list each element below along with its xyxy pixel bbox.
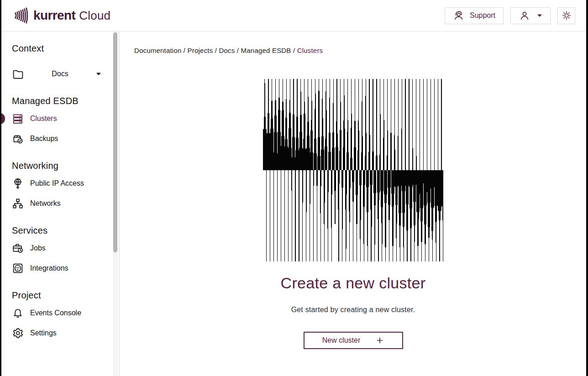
sidebar-scrollbar-thumb[interactable] xyxy=(113,32,117,252)
server-stack-icon xyxy=(12,113,24,125)
user-icon xyxy=(519,10,530,21)
breadcrumb-link[interactable]: Projects xyxy=(188,47,213,54)
sidebar-item-label: Networks xyxy=(30,199,61,208)
breadcrumb-link[interactable]: Docs xyxy=(219,47,235,54)
sidebar-item-label: Backups xyxy=(30,135,58,143)
sidebar-section-items: Public IP AccessNetworks xyxy=(12,173,101,214)
breadcrumb-link[interactable]: Documentation xyxy=(134,47,182,54)
breadcrumb-separator: / xyxy=(213,47,219,54)
sidebar-divider xyxy=(119,31,120,376)
app-header: kurrent Cloud Support xyxy=(0,0,588,31)
sidebar-item-label: Clusters xyxy=(30,115,57,123)
sidebar-heading-context: Context xyxy=(12,42,101,54)
sidebar-item-label: Settings xyxy=(30,329,57,337)
sidebar-section: ProjectEvents ConsoleSettings xyxy=(12,289,101,343)
sidebar-item-public-ip-access[interactable]: Public IP Access xyxy=(12,173,101,193)
sidebar-item-integrations[interactable]: Integrations xyxy=(12,258,101,278)
sidebar-item-label: Public IP Access xyxy=(30,179,84,188)
sun-icon xyxy=(561,10,572,21)
sidebar-section-heading: Managed ESDB xyxy=(12,95,101,107)
support-button-label: Support xyxy=(470,11,495,20)
sidebar-nav: Managed ESDBClustersBackupsNetworkingPub… xyxy=(12,95,101,343)
breadcrumb-separator: / xyxy=(291,47,297,54)
plus-icon xyxy=(376,336,384,345)
sidebar-section-heading: Networking xyxy=(12,160,101,172)
support-button[interactable]: Support xyxy=(445,7,504,24)
gear-icon xyxy=(12,327,24,339)
sidebar: Context Docs Managed ESDBClustersBackups… xyxy=(0,31,120,376)
folder-icon xyxy=(12,68,24,80)
sidebar-item-label: Integrations xyxy=(30,264,68,272)
sidebar-item-networks[interactable]: Networks xyxy=(12,193,101,214)
clusters-empty-state: Create a new cluster Get started by crea… xyxy=(120,79,586,349)
sidebar-section-items: ClustersBackups xyxy=(12,109,101,149)
breadcrumb-current: Clusters xyxy=(297,47,323,54)
support-agent-icon xyxy=(453,10,465,21)
empty-state-subtitle: Get started by creating a new cluster. xyxy=(120,306,586,314)
main-content: Documentation / Projects / Docs / Manage… xyxy=(120,31,586,376)
user-menu-button[interactable] xyxy=(510,7,551,24)
screen-edge-right xyxy=(586,0,588,376)
context-selector[interactable]: Docs xyxy=(12,64,101,84)
sidebar-item-settings[interactable]: Settings xyxy=(12,323,101,343)
chevron-down-icon xyxy=(96,72,101,76)
sidebar-item-clusters[interactable]: Clusters xyxy=(12,109,101,129)
breadcrumb-separator: / xyxy=(182,47,188,54)
globe-network-icon xyxy=(12,178,24,189)
bell-icon xyxy=(12,307,24,319)
sidebar-scrollbar-track[interactable] xyxy=(113,31,118,376)
sidebar-section-heading: Project xyxy=(12,289,101,301)
briefcase-clock-icon xyxy=(12,242,24,254)
context-selector-value: Docs xyxy=(24,70,96,78)
breadcrumb: Documentation / Projects / Docs / Manage… xyxy=(134,47,586,54)
breadcrumb-separator: / xyxy=(235,47,241,54)
network-nodes-icon xyxy=(12,198,24,209)
outlet-icon xyxy=(12,262,24,274)
sidebar-section: Managed ESDBClustersBackups xyxy=(12,95,101,149)
screen-edge-left xyxy=(0,0,1,376)
barcode-wave-illustration xyxy=(263,79,443,261)
sidebar-section-heading: Services xyxy=(12,225,101,236)
sidebar-item-label: Events Console xyxy=(30,309,81,317)
new-cluster-button[interactable]: New cluster xyxy=(304,332,403,349)
sidebar-item-jobs[interactable]: Jobs xyxy=(12,238,101,258)
theme-toggle-button[interactable] xyxy=(557,7,575,24)
chevron-down-icon xyxy=(537,14,542,18)
sidebar-item-label: Jobs xyxy=(30,244,46,252)
backup-box-icon xyxy=(12,133,24,145)
empty-state-title: Create a new cluster xyxy=(120,274,586,292)
sidebar-section-items: JobsIntegrations xyxy=(12,238,101,278)
sidebar-item-events-console[interactable]: Events Console xyxy=(12,303,101,323)
sidebar-item-backups[interactable]: Backups xyxy=(12,129,101,149)
brand-name: kurrent xyxy=(33,8,75,23)
header-actions: Support xyxy=(445,7,575,24)
sidebar-section-items: Events ConsoleSettings xyxy=(12,303,101,343)
kurrent-cloud-logo[interactable]: kurrent Cloud xyxy=(14,6,110,25)
sidebar-section: ServicesJobsIntegrations xyxy=(12,225,101,278)
product-name: Cloud xyxy=(79,9,110,23)
sidebar-section: NetworkingPublic IP AccessNetworks xyxy=(12,160,101,214)
new-cluster-button-label: New cluster xyxy=(322,336,361,345)
breadcrumb-link[interactable]: Managed ESDB xyxy=(241,47,291,54)
kurrent-waves-icon xyxy=(14,6,29,25)
